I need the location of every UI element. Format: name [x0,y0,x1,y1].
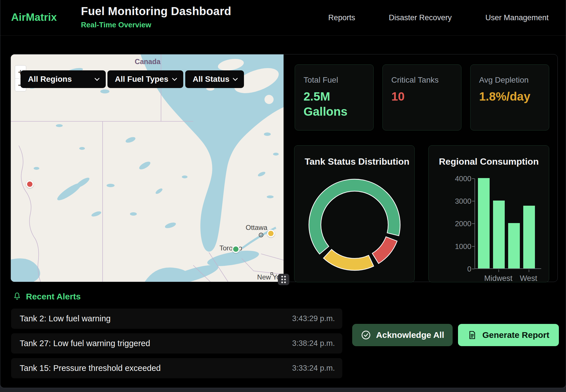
alert-row[interactable]: Tank 2: Low fuel warning 3:43:29 p.m. [11,309,342,329]
chevron-down-icon [172,76,177,81]
stat-label: Total Fuel [304,75,365,85]
check-circle-icon [361,330,371,340]
alert-time: 3:33:24 p.m. [292,364,335,373]
y-axis-label: 4000 [440,174,471,183]
x-axis-label: West [520,274,537,283]
alert-message: Tank 2: Low fuel warning [20,314,111,323]
alert-row[interactable]: Tank 15: Pressure threshold exceeded 3:3… [11,358,342,378]
map-marker-normal[interactable] [232,245,240,253]
bar-region-3 [523,206,535,268]
map-drag-handle-icon[interactable] [278,274,289,285]
recent-alerts-title: Recent Alerts [26,292,81,301]
map-marker-warning[interactable] [267,230,275,237]
recent-alerts-header: Recent Alerts [13,292,81,301]
acknowledge-all-button[interactable]: Acknowledge All [352,324,453,346]
app-header: AirMatrix Fuel Monitoring Dashboard Real… [0,0,566,36]
nav-item-disaster-recovery[interactable]: Disaster Recovery [389,13,452,22]
donut-segment-critical [372,237,397,264]
stat-value: 2.5M Gallons [304,89,365,119]
nav-item-reports[interactable]: Reports [328,13,355,22]
alert-time: 3:38:24 p.m. [292,339,335,348]
regional-consumption-chart-card: Regional Consumption 01000200030004000Mi… [428,145,549,282]
stat-card-critical-tanks: Critical Tanks 10 [382,64,461,130]
status-filter-value: All Status [193,75,229,84]
stat-card-avg-depletion: Avg Depletion 1.8%/day [470,64,549,130]
alert-message: Tank 15: Pressure threshold exceeded [20,364,161,373]
map-label-ottawa: Ottawa [246,224,268,231]
fuel-type-filter-select[interactable]: All Fuel Types [107,70,183,88]
alert-message: Tank 27: Low fuel warning triggered [20,339,150,348]
tank-status-donut-chart [306,176,403,273]
y-axis-label: 1000 [440,242,471,251]
bell-icon [13,292,21,301]
alert-row[interactable]: Tank 27: Low fuel warning triggered 3:38… [11,333,342,354]
chevron-down-icon [233,76,238,81]
bar-region-1 [493,201,505,268]
map-label-canada: Canada [135,58,161,66]
stat-label: Avg Depletion [479,75,540,85]
map-marker-critical[interactable] [26,180,34,188]
nav-item-user-management[interactable]: User Management [485,13,549,22]
y-axis-label: 2000 [440,219,471,228]
page-subtitle: Real-Time Overview [81,21,231,29]
y-axis-label: 3000 [440,197,471,206]
y-axis-label: 0 [440,265,471,273]
donut-chart-title: Tank Status Distribution [305,156,409,167]
tank-status-chart-card: Tank Status Distribution [294,145,415,282]
region-filter-value: All Regions [28,75,72,84]
top-section: Canada Ottawa Toronto New York + − All R… [11,54,558,282]
generate-report-label: Generate Report [482,330,549,340]
dashboard-window: AirMatrix Fuel Monitoring Dashboard Real… [0,0,566,388]
document-icon [467,330,477,340]
title-block: Fuel Monitoring Dashboard Real-Time Over… [81,5,231,29]
regional-consumption-bar-chart: 01000200030004000MidwestWest [429,146,549,283]
map-graphics: Canada Ottawa Toronto New York [11,54,284,282]
main-nav: Reports Disaster Recovery User Managemen… [328,0,549,36]
x-axis-label: Midwest [484,274,512,283]
region-filter-select[interactable]: All Regions [21,70,106,88]
bar-region-2 [508,223,520,268]
status-filter-select[interactable]: All Status [185,70,244,88]
bar-region-0 [478,178,490,268]
page-title: Fuel Monitoring Dashboard [81,5,231,18]
generate-report-button[interactable]: Generate Report [458,324,559,346]
brand-logo: AirMatrix [11,11,57,23]
donut-segment-warning [323,249,374,270]
chevron-down-icon [94,76,99,81]
stat-value: 10 [391,89,453,104]
stat-value: 1.8%/day [479,89,540,104]
fuel-type-filter-value: All Fuel Types [115,75,168,84]
stat-card-total-fuel: Total Fuel 2.5M Gallons [295,64,374,130]
fuel-map[interactable]: Canada Ottawa Toronto New York + − All R… [11,54,284,282]
stat-label: Critical Tanks [391,75,453,85]
acknowledge-all-label: Acknowledge All [376,330,444,340]
alert-time: 3:43:29 p.m. [292,314,335,323]
